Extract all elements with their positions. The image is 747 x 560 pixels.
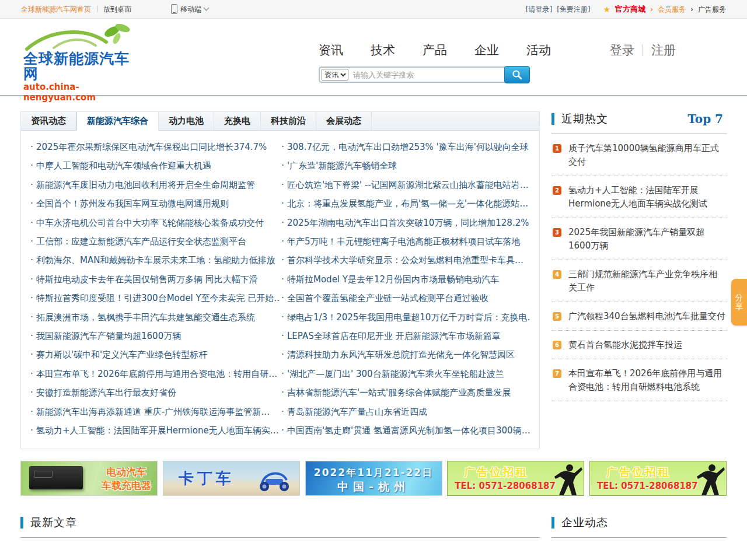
hot-item-title[interactable]: 黄石首台氢能水泥搅拌车投运 (568, 338, 682, 352)
news-link[interactable]: 全国首个覆盖氢能全产业链一站式检测平台通过验收 (287, 293, 488, 303)
hot-item[interactable]: 7 本田宣布单飞！2026年底前停用与通用合资电池：转用自研燃料电池系统 (551, 359, 727, 401)
tab-expo[interactable]: 会展动态 (316, 112, 372, 130)
news-link[interactable]: 首尔科学技术大学研究显示：公众对氢燃料电池重型卡车具… (287, 255, 523, 265)
tab-news-updates[interactable]: 资讯动态 (21, 112, 76, 130)
banner-text: 2022年11月21-22日 (306, 466, 442, 480)
mobile-menu[interactable]: 移动端 (171, 0, 208, 19)
news-link[interactable]: 赛力斯以'碳中和'定义汽车产业绿色转型标杆 (36, 349, 207, 360)
banner-ad-gokart[interactable]: 卡丁车 (163, 461, 300, 496)
news-item: 中车永济电机公司首台中大功率飞轮储能核心装备成功交付 (29, 214, 280, 232)
news-link[interactable]: 中摩人工智能和电动汽车领域合作迎重大机遇 (36, 160, 211, 171)
hot-item-title[interactable]: 三部门规范新能源汽车产业竞争秩序相关工作 (568, 268, 725, 295)
mobile-label: 移动端 (180, 0, 201, 19)
news-link[interactable]: 绿电占1/3！2025年我国用电量超10万亿千万时背后：充换电… (287, 312, 531, 323)
banner-ads-row: 电动汽车 车载充电器 卡丁车 2022年11月21-22日 中国-杭州 广告位招… (20, 461, 727, 496)
hot-item-title[interactable]: 广汽领程340台氢燃料电池汽车批量交付 (568, 310, 725, 323)
news-item: 中国西南'氢走廊'贯通 氢通富源风光制加氢一体化项目300辆… (280, 421, 531, 440)
tab-power-battery[interactable]: 动力电池 (159, 112, 214, 130)
banner-text: 广告位招租 (606, 465, 671, 480)
news-link[interactable]: '广东造'新能源汽车畅销全球 (287, 160, 397, 171)
rank-badge: 2 (553, 186, 561, 195)
news-link[interactable]: 2025年霍尔果斯综保区电动汽车保税出口同比增长374.7% (36, 142, 267, 152)
news-link[interactable]: 北京：将重点发展氢能产业，布局'氢—储—充'一体化能源站… (287, 198, 528, 209)
banner-ad-rent-1[interactable]: 广告位招租 TEL: 0571-28068187 (447, 461, 584, 496)
news-link[interactable]: 工信部：应建立新能源汽车产品运行安全状态监测平台 (36, 236, 246, 247)
news-link[interactable]: 氢动力+人工智能：法国陆军开展Hermione无人地面车辆实… (36, 425, 279, 436)
news-item: 2025年霍尔果斯综保区电动汽车保税出口同比增长374.7% (29, 138, 280, 156)
news-link[interactable]: 新能源汽车废旧动力电池回收利用将开启全生命周期监管 (36, 180, 255, 190)
news-link[interactable]: '湖北产—厦门出' 300台新能源汽车乘火车坐轮船赴波兰 (287, 369, 504, 379)
news-item: 中摩人工智能和电动汽车领域合作迎重大机遇 (29, 156, 280, 175)
hot-item[interactable]: 2 氢动力+人工智能：法国陆军开展Hermione无人地面车辆实战化测试 (551, 176, 727, 218)
banner-ad-expo[interactable]: 2022年11月21-22日 中国-杭州 (305, 461, 442, 496)
banner-text: 电动汽车 (102, 466, 151, 479)
news-link[interactable]: 拓展澳洲市场，氢枫携手丰田汽车共建氢能交通生态系统 (36, 312, 255, 323)
gokart-image (254, 467, 295, 492)
tab-tech-frontier[interactable]: 科技前沿 (261, 112, 316, 130)
news-item: 北京：将重点发展氢能产业，布局'氢—储—充'一体化能源站… (280, 194, 531, 213)
topbar-register-link[interactable]: [免费注册] (557, 0, 590, 19)
news-link[interactable]: 全国首个！苏州发布我国车网互动微电网通用规则 (36, 198, 229, 209)
nav-events[interactable]: 活动 (526, 42, 551, 58)
hot-item-title[interactable]: 本田宣布单飞！2026年底前停用与通用合资电池：转用自研燃料电池系统 (568, 367, 725, 394)
news-column-right: 308.7亿元，电动汽车出口劲增253% '豫车出海'何以驶向全球 '广东造'新… (280, 138, 531, 440)
search-input[interactable] (348, 71, 504, 79)
hot-item-title[interactable]: 质子汽车第10000辆氢能源商用车正式交付 (568, 142, 725, 169)
ad-service-link[interactable]: 广告服务 (698, 0, 726, 19)
banner-ad-rent-2[interactable]: 广告位招租 TEL: 0571-28068187 (589, 461, 727, 496)
banner-text: 中国-杭州 (306, 480, 442, 495)
login-link[interactable]: 登录 (610, 42, 634, 58)
mobile-phone-icon (171, 4, 177, 14)
tab-nev-general[interactable]: 新能源汽车综合 (76, 112, 159, 131)
share-button[interactable]: 分享 (731, 279, 747, 326)
car-leaf-logo-icon (23, 23, 140, 51)
news-link[interactable]: 安徽打造新能源汽车出行最友好省份 (36, 387, 176, 398)
news-item: 拓展澳洲市场，氢枫携手丰田汽车共建氢能交通生态系统 (29, 308, 280, 327)
news-link[interactable]: 特斯拉Model Y是去年12月份国内市场最畅销电动汽车 (287, 274, 499, 285)
news-link[interactable]: 匠心筑造'地下脊梁' --记国网新源湖北紫云山抽水蓄能电站岩… (287, 180, 529, 190)
news-link[interactable]: 年产5万吨！丰元锂能锂离子电池高能正极材料项目试车落地 (287, 236, 521, 247)
hot-item[interactable]: 3 2025年我国新能源汽车产销量双超1600万辆 (551, 218, 727, 260)
hot-item[interactable]: 1 质子汽车第10000辆氢能源商用车正式交付 (551, 134, 727, 176)
site-logo[interactable]: 全球新能源汽车网 auto.china-nengyuan.com (23, 23, 140, 103)
top7-label: Top 7 (687, 112, 727, 126)
nav-news[interactable]: 资讯 (319, 42, 343, 58)
official-mall-link[interactable]: 官方商城 (615, 0, 645, 19)
news-link[interactable]: 中国西南'氢走廊'贯通 氢通富源风光制加氢一体化项目300辆… (287, 425, 530, 436)
search-button[interactable] (504, 66, 530, 83)
news-link[interactable]: 308.7亿元，电动汽车出口劲增253% '豫车出海'何以驶向全球 (287, 142, 529, 152)
auth-links: 登录 注册 (610, 42, 676, 58)
hot-item[interactable]: 5 广汽领程340台氢燃料电池汽车批量交付 (551, 302, 727, 331)
nav-tech[interactable]: 技术 (371, 42, 395, 58)
news-link[interactable]: 2025年湖南电动汽车出口首次突破10万辆，同比增加128.2% (287, 218, 529, 228)
search-bar: 资讯 (319, 66, 530, 83)
register-link[interactable]: 注册 (651, 42, 676, 58)
tab-charging[interactable]: 充换电 (214, 112, 261, 130)
banner-ad-charger[interactable]: 电动汽车 车载充电器 (20, 461, 158, 496)
hot-item-title[interactable]: 2025年我国新能源汽车产销量双超1600万辆 (568, 226, 725, 253)
news-link[interactable]: 青岛新能源汽车产量占山东省近四成 (287, 407, 427, 417)
topbar-login-link[interactable]: [请登录] (526, 0, 552, 19)
hot-item[interactable]: 4 三部门规范新能源汽车产业竞争秩序相关工作 (551, 260, 727, 302)
news-link[interactable]: 我国新能源汽车产销量均超1600万辆 (36, 331, 181, 341)
news-link[interactable]: 利勃海尔、MAN和戴姆勒卡车展示未来工地：氢能助力低排放 (36, 255, 275, 265)
news-link[interactable]: 吉林省新能源汽车'一站式'服务综合体赋能产业高质量发展 (287, 387, 511, 398)
news-link[interactable]: 特斯拉首秀印度受阻！引进300台Model Y至今未卖完 已开始… (36, 293, 280, 303)
hot-item-title[interactable]: 氢动力+人工智能：法国陆军开展Hermione无人地面车辆实战化测试 (568, 184, 725, 211)
news-link[interactable]: 清源科技助力东风汽车研发总院打造光储充一体化智慧园区 (287, 349, 515, 360)
nav-products[interactable]: 产品 (423, 42, 447, 58)
rank-badge: 3 (553, 228, 561, 237)
hot-articles-sidebar: 近期热文 Top 7 1 质子汽车第10000辆氢能源商用车正式交付 2 氢动力… (551, 111, 727, 449)
news-link[interactable]: LEPAS全球首店在印尼开业 开启新能源汽车市场新篇章 (287, 331, 500, 341)
nav-companies[interactable]: 企业 (474, 42, 499, 58)
news-link[interactable]: 新能源汽车出海再添新通道 重庆-广州铁海联运海事监管新… (36, 407, 270, 417)
desktop-shortcut-link[interactable]: 放到桌面 (103, 0, 131, 19)
news-link[interactable]: 特斯拉电动皮卡去年在美国仅销售两万多辆 同比大幅下滑 (36, 274, 258, 285)
member-service-link[interactable]: 会员服务 (658, 0, 686, 19)
news-link[interactable]: 本田宣布单飞！2026年底前停用与通用合资电池：转用自研… (36, 369, 277, 379)
home-link[interactable]: 全球新能源汽车网首页 (21, 0, 91, 19)
hot-item[interactable]: 6 黄石首台氢能水泥搅拌车投运 (551, 331, 727, 359)
news-link[interactable]: 中车永济电机公司首台中大功率飞轮储能核心装备成功交付 (36, 218, 264, 228)
search-category-select[interactable]: 资讯 (322, 69, 348, 80)
banner-text: 卡丁车 (179, 468, 235, 489)
